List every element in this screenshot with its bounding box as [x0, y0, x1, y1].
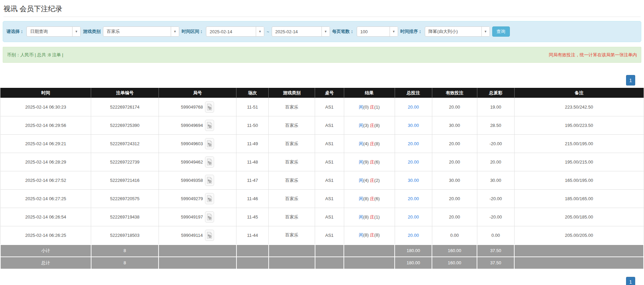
page-size-label: 每页笔数： [332, 28, 354, 35]
round-cell: 599049768 [159, 98, 236, 116]
table-number-cell: AS1 [315, 153, 344, 171]
bet-id-cell: 522269720575 [91, 190, 159, 208]
pagination-top: 1 [0, 75, 644, 86]
round-number: 599049768 [181, 104, 203, 110]
bet-id-cell: 522269726174 [91, 98, 159, 116]
video-replay-button[interactable] [205, 120, 214, 131]
result-cell: 闲(8) 庄(6) [344, 190, 395, 208]
video-replay-button[interactable] [205, 138, 214, 149]
round-cell: 599049694 [159, 116, 236, 135]
total-bet-link[interactable]: 30.00 [408, 123, 419, 128]
bet-id-cell: 522269725390 [91, 116, 159, 135]
table-number-cell [315, 245, 344, 257]
player-result: 闲 [359, 178, 363, 183]
date-range-separator: ~ [267, 29, 269, 34]
column-header: 局号 [159, 88, 236, 98]
session-cell: 11-51 [236, 98, 269, 116]
banker-score: (8) [374, 141, 380, 146]
table-row: 2025-02-14 06:27:25522269720575599049279… [0, 190, 644, 208]
player-score: (3) [363, 123, 370, 128]
film-document-icon [207, 195, 212, 202]
query-type-select[interactable]: 日期查询 ▼ [26, 26, 81, 37]
valid-bet-cell: 30.00 [432, 116, 477, 135]
bet-id-cell: 522269724312 [91, 135, 159, 153]
page-1-button[interactable]: 1 [626, 75, 635, 86]
total-bet-link[interactable]: 20.00 [408, 196, 419, 201]
total-bet-link[interactable]: 20.00 [408, 214, 419, 220]
banker-result: 庄 [370, 232, 374, 238]
table-number-cell [315, 257, 344, 269]
result-cell: 闲(8) 庄(1) [344, 208, 395, 226]
banker-score: (8) [374, 232, 380, 238]
session-cell: 11-47 [236, 171, 269, 190]
session-cell [236, 245, 269, 257]
banker-score: (2) [374, 178, 380, 183]
remark-cell [514, 257, 644, 269]
bet-id-cell: 522269722739 [91, 153, 159, 171]
valid-bet-cell: 160.00 [432, 257, 477, 269]
valid-bet-notice: 同局有效投注，统一计算在该局第一张注单内 [549, 52, 637, 58]
game-category-select[interactable]: 百家乐 ▼ [103, 26, 179, 37]
total-bet-link[interactable]: 20.00 [408, 104, 419, 110]
game-category-cell: 百家乐 [269, 208, 315, 226]
column-header: 有效投注 [432, 88, 477, 98]
total-bet-link[interactable]: 30.00 [408, 178, 419, 183]
game-category-cell: 百家乐 [269, 226, 315, 245]
round-wrap: 599049603 [181, 138, 214, 149]
payout-cell: -20.00 [477, 190, 514, 208]
total-bet-cell: 180.00 [395, 245, 432, 257]
round-wrap: 599049114 [181, 230, 214, 241]
banker-result: 庄 [370, 141, 374, 146]
total-row: 总计8180.00160.0037.50 [0, 257, 644, 269]
time-cell: 2025-02-14 06:27:25 [0, 190, 91, 208]
round-number: 599049197 [181, 214, 203, 220]
total-bet-link[interactable]: 20.00 [408, 159, 419, 165]
game-category-value: 百家乐 [103, 27, 171, 36]
game-category-label: 游戏类别 [83, 28, 101, 35]
time-sort-select[interactable]: 降冪(由大到小) ▼ [425, 26, 490, 37]
video-replay-button[interactable] [205, 230, 214, 241]
session-cell: 11-48 [236, 153, 269, 171]
video-replay-button[interactable] [205, 211, 214, 223]
total-bet-link[interactable]: 20.00 [408, 233, 419, 238]
film-document-icon [207, 103, 212, 111]
bet-id-cell: 522269721416 [91, 171, 159, 190]
date-to-select[interactable]: 2025-02-14 ▼ [272, 26, 330, 37]
valid-bet-cell: 0.00 [432, 226, 477, 245]
game-category-cell [269, 257, 315, 269]
date-from-select[interactable]: 2025-02-14 ▼ [206, 26, 264, 37]
payout-cell: 0.00 [477, 226, 514, 245]
round-cell: 599049114 [159, 226, 236, 245]
payout-cell: 28.50 [477, 116, 514, 135]
payout-cell: 37.50 [477, 245, 514, 257]
page-1-button[interactable]: 1 [626, 277, 635, 285]
column-header: 桌号 [315, 88, 344, 98]
time-range-label: 时间区间： [182, 28, 204, 35]
round-cell [159, 257, 236, 269]
result-cell [344, 245, 395, 257]
valid-bet-cell: 20.00 [432, 98, 477, 116]
session-cell: 11-46 [236, 190, 269, 208]
total-bet-link[interactable]: 20.00 [408, 141, 419, 146]
search-button[interactable]: 查询 [492, 26, 510, 37]
banker-score: (1) [374, 104, 380, 110]
film-document-icon [207, 140, 212, 147]
page-title: 视讯 会员下注纪录 [3, 4, 641, 17]
video-replay-button[interactable] [205, 101, 214, 113]
table-row: 2025-02-14 06:30:23522269726174599049768… [0, 98, 644, 116]
total-bet-cell: 20.00 [395, 98, 432, 116]
remark-cell: 215.00/195.00 [514, 135, 644, 153]
player-score: (0) [363, 104, 370, 110]
page-size-select[interactable]: 100 ▼ [357, 26, 398, 37]
payout-cell: 37.50 [477, 257, 514, 269]
summary-count-cell: 8 [91, 245, 159, 257]
banker-score: (8) [374, 123, 380, 128]
total-bet-cell: 20.00 [395, 135, 432, 153]
film-document-icon [207, 158, 212, 166]
chevron-down-icon: ▼ [256, 27, 264, 36]
video-replay-button[interactable] [205, 156, 214, 168]
video-replay-button[interactable] [205, 175, 214, 186]
film-document-icon [207, 213, 212, 221]
video-replay-button[interactable] [205, 193, 214, 204]
table-number-cell: AS1 [315, 116, 344, 135]
